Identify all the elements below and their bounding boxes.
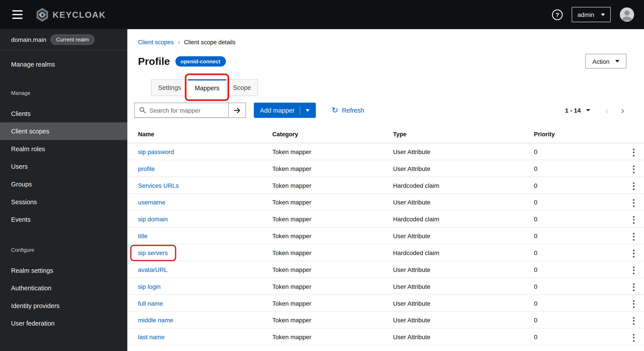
pagination-range-label: 1 - 14: [565, 107, 581, 114]
mapper-link[interactable]: sip password: [138, 148, 174, 155]
cell-type: User Attribute: [393, 143, 534, 160]
hamburger-icon: [12, 10, 22, 12]
mapper-link[interactable]: title: [138, 232, 148, 239]
kebab-menu-button[interactable]: [629, 196, 638, 209]
nav-toggle-button[interactable]: [10, 7, 25, 22]
pagination-next-button[interactable]: ›: [615, 106, 630, 115]
button-divider: [300, 106, 300, 114]
nav-group-configure: Configure Realm settings Authentication …: [0, 246, 127, 332]
kebab-menu-button[interactable]: [629, 230, 638, 243]
main-content: Client scopes › Client scope details Pro…: [127, 29, 644, 351]
cell-priority: 0: [534, 194, 623, 210]
kebab-menu-button[interactable]: [629, 314, 638, 327]
kebab-menu-button[interactable]: [629, 163, 638, 176]
kebab-menu-button[interactable]: [629, 331, 638, 344]
mapper-link[interactable]: sip servers: [138, 249, 168, 256]
cell-priority: 0: [534, 227, 623, 244]
kebab-menu-button[interactable]: [629, 281, 638, 294]
breadcrumb: Client scopes › Client scope details: [127, 29, 644, 46]
tab-mappers[interactable]: Mappers: [188, 79, 226, 96]
cell-type: User Attribute: [393, 194, 534, 210]
sidebar-item-realm-roles[interactable]: Realm roles: [0, 140, 127, 158]
sidebar: domain.main Current realm Manage realms …: [0, 29, 127, 351]
mapper-link[interactable]: Services URLs: [138, 182, 179, 189]
arrow-right-icon: [234, 107, 241, 113]
column-header-actions: [623, 127, 644, 143]
sidebar-item-identity-providers[interactable]: Identity providers: [0, 297, 127, 315]
kebab-menu-button[interactable]: [629, 146, 638, 159]
keycloak-logo-icon: [35, 7, 50, 22]
table-row: sip login Token mapper User Attribute 0: [127, 278, 644, 295]
pagination-prev-button[interactable]: ‹: [599, 106, 615, 115]
pagination-dropdown[interactable]: 1 - 14: [565, 107, 590, 114]
tab-scope[interactable]: Scope: [226, 79, 258, 96]
cell-category: Token mapper: [272, 210, 393, 228]
table-row: middle name Token mapper User Attribute …: [127, 312, 644, 328]
kebab-menu-button[interactable]: [629, 214, 638, 226]
chevron-down-icon: [615, 60, 620, 62]
keycloak-logo: KEYCLOAK: [35, 7, 106, 22]
tabs: Settings Mappers Scope: [151, 79, 644, 96]
column-header-priority: Priority: [534, 127, 623, 143]
search-submit-button[interactable]: [229, 103, 246, 118]
mapper-link[interactable]: sip domain: [138, 216, 168, 222]
add-mapper-button[interactable]: Add mapper: [254, 103, 316, 118]
cell-priority: 0: [534, 328, 623, 345]
cell-type: User Attribute: [393, 295, 534, 312]
cell-category: Token mapper: [272, 312, 393, 328]
realm-selector[interactable]: domain.main Current realm: [0, 29, 127, 50]
sidebar-item-groups[interactable]: Groups: [0, 175, 127, 193]
action-dropdown-button[interactable]: Action: [586, 54, 626, 68]
sidebar-item-sessions[interactable]: Sessions: [0, 193, 127, 211]
masthead: KEYCLOAK ? admin: [0, 0, 644, 29]
cell-priority: 0: [534, 143, 623, 160]
mapper-link[interactable]: profile: [138, 165, 155, 172]
search-input[interactable]: [134, 103, 229, 118]
refresh-button[interactable]: ↻ Refresh: [332, 106, 364, 114]
sidebar-item-events[interactable]: Events: [0, 211, 127, 228]
sidebar-item-manage-realms[interactable]: Manage realms: [0, 56, 127, 73]
mapper-link[interactable]: full name: [138, 300, 163, 306]
sidebar-item-user-federation[interactable]: User federation: [0, 315, 127, 332]
pagination: 1 - 14 ‹ ›: [565, 106, 630, 115]
user-name: admin: [578, 11, 594, 18]
cell-type: User Attribute: [393, 328, 534, 345]
cell-category: Token mapper: [272, 160, 393, 177]
help-icon[interactable]: ?: [552, 9, 563, 20]
sidebar-item-realm-settings[interactable]: Realm settings: [0, 262, 127, 279]
table-row: avatarURL Token mapper User Attribute 0: [127, 261, 644, 278]
refresh-icon: ↻: [332, 106, 338, 114]
mapper-link[interactable]: avatarURL: [138, 266, 168, 273]
nav-group-title-configure: Configure: [0, 246, 127, 254]
cell-type: User Attribute: [393, 312, 534, 328]
mapper-link[interactable]: middle name: [138, 316, 173, 324]
column-header-name: Name: [127, 127, 272, 143]
breadcrumb-separator-icon: ›: [178, 39, 180, 46]
table-row: profile Token mapper User Attribute 0: [127, 160, 644, 177]
kebab-menu-button[interactable]: [629, 247, 638, 260]
realm-name: domain.main: [11, 36, 46, 43]
nav-group-manage: Manage Clients Client scopes Realm roles…: [0, 89, 127, 228]
avatar[interactable]: [620, 8, 634, 22]
sip-servers-annotated: sip servers: [138, 249, 168, 256]
sidebar-item-clients[interactable]: Clients: [0, 105, 127, 122]
title-row: Profile openid-connect Action: [138, 54, 626, 68]
protocol-badge: openid-connect: [175, 56, 226, 66]
mapper-link[interactable]: username: [138, 198, 166, 206]
user-menu-dropdown[interactable]: admin: [572, 7, 611, 22]
current-realm-badge: Current realm: [50, 34, 94, 45]
mapper-link[interactable]: sip login: [138, 283, 160, 290]
kebab-menu-button[interactable]: [629, 264, 638, 276]
sidebar-item-users[interactable]: Users: [0, 158, 127, 176]
mapper-link[interactable]: last name: [138, 333, 165, 340]
kebab-menu-button[interactable]: [629, 180, 638, 192]
column-header-type: Type: [393, 127, 534, 143]
tab-settings[interactable]: Settings: [151, 79, 188, 96]
table-row: last name Token mapper User Attribute 0: [127, 328, 644, 345]
breadcrumb-client-scopes[interactable]: Client scopes: [138, 39, 174, 46]
tab-mappers-wrap: Mappers: [188, 79, 226, 96]
kebab-menu-button[interactable]: [629, 298, 638, 310]
table-row: sip password Token mapper User Attribute…: [127, 143, 644, 160]
sidebar-item-client-scopes[interactable]: Client scopes: [0, 122, 127, 140]
sidebar-item-authentication[interactable]: Authentication: [0, 279, 127, 297]
